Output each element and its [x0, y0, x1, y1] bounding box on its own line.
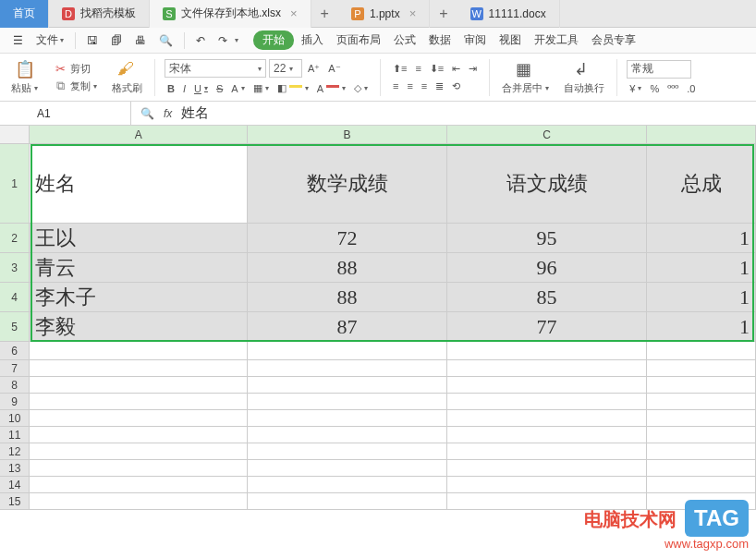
tab-formula[interactable]: 公式 — [388, 30, 421, 51]
col-header-c[interactable]: C — [447, 126, 647, 143]
cell-c4[interactable]: 85 — [447, 283, 647, 311]
cut-button[interactable]: ✂剪切 — [50, 60, 93, 77]
cell[interactable] — [248, 427, 447, 443]
cell[interactable] — [647, 477, 756, 492]
italic-button[interactable]: I — [180, 82, 189, 95]
decrease-font-button[interactable]: A⁻ — [325, 62, 343, 76]
cell[interactable] — [647, 443, 756, 459]
font-size-select[interactable]: 22▾ — [269, 59, 302, 78]
font-effects-button[interactable]: A▾ — [228, 82, 247, 95]
align-bottom-button[interactable]: ⬇≡ — [427, 62, 446, 76]
tab-docx[interactable]: W11111.docx — [457, 0, 560, 28]
cell-a4[interactable]: 李木子 — [30, 283, 248, 311]
orientation-button[interactable]: ⟲ — [449, 79, 463, 93]
increase-font-button[interactable]: A⁺ — [305, 62, 323, 76]
name-box[interactable]: A1 — [0, 102, 131, 125]
row-header-11[interactable]: 11 — [0, 427, 30, 443]
tab-review[interactable]: 审阅 — [458, 30, 492, 51]
tab-view[interactable]: 视图 — [494, 30, 527, 51]
tab-insert[interactable]: 插入 — [296, 30, 329, 51]
cell[interactable] — [647, 342, 756, 359]
cell[interactable] — [447, 477, 647, 492]
align-middle-button[interactable]: ≡ — [412, 62, 423, 75]
close-icon[interactable]: × — [409, 6, 417, 20]
cell[interactable] — [248, 394, 447, 409]
cell[interactable] — [647, 410, 756, 426]
tab-home[interactable]: 首页 — [0, 0, 49, 28]
cell[interactable] — [30, 360, 248, 376]
redo-button[interactable]: ↷ — [213, 31, 233, 50]
row-header-15[interactable]: 15 — [0, 493, 30, 509]
row-header-7[interactable]: 7 — [0, 360, 30, 376]
paste-button[interactable]: 粘贴▾ — [8, 80, 41, 96]
cell-c5[interactable]: 77 — [447, 312, 647, 341]
cell[interactable] — [447, 377, 647, 393]
save-button[interactable]: 🖫 — [81, 31, 104, 50]
brush-icon[interactable]: 🖌 — [117, 59, 138, 79]
cell-a3[interactable]: 青云 — [30, 253, 248, 282]
cell-c3[interactable]: 96 — [447, 253, 647, 282]
comma-button[interactable]: ººº — [665, 82, 681, 95]
cell[interactable] — [30, 460, 248, 476]
cell[interactable] — [248, 493, 447, 509]
border-button[interactable]: ▦▾ — [250, 81, 272, 95]
cell[interactable] — [447, 460, 647, 476]
cell-b4[interactable]: 88 — [248, 283, 447, 311]
cell-c1[interactable]: 语文成绩 — [447, 144, 647, 223]
cell[interactable] — [647, 377, 756, 393]
font-name-select[interactable]: 宋体▾ — [165, 59, 266, 78]
cell-a2[interactable]: 王以 — [30, 224, 248, 252]
align-top-button[interactable]: ⬆≡ — [390, 62, 409, 76]
col-header-b[interactable]: B — [248, 126, 447, 143]
cell[interactable] — [447, 410, 647, 426]
row-header-13[interactable]: 13 — [0, 460, 30, 476]
clipboard-icon[interactable]: 📋 — [15, 59, 35, 79]
row-header-12[interactable]: 12 — [0, 443, 30, 459]
merge-center-button[interactable]: 合并居中▾ — [499, 80, 552, 96]
cell[interactable] — [447, 394, 647, 409]
tab-member[interactable]: 会员专享 — [586, 30, 641, 51]
format-painter-button[interactable]: 格式刷 — [109, 80, 145, 96]
row-header-1[interactable]: 1 — [0, 144, 30, 223]
bold-button[interactable]: B — [165, 82, 177, 95]
cell-d1[interactable]: 总成 — [647, 144, 756, 223]
add-tab-button[interactable]: + — [311, 6, 338, 22]
cell[interactable] — [30, 342, 248, 359]
select-all-corner[interactable] — [0, 126, 30, 143]
add-tab-button[interactable]: + — [430, 6, 457, 22]
cell-a5[interactable]: 李毅 — [30, 312, 248, 341]
underline-button[interactable]: U ▾ — [191, 82, 211, 95]
clear-format-button[interactable]: ◇▾ — [351, 81, 371, 95]
percent-button[interactable]: % — [647, 82, 662, 95]
font-color-button[interactable]: A▾ — [314, 82, 348, 95]
row-header-3[interactable]: 3 — [0, 253, 30, 282]
cell[interactable] — [447, 427, 647, 443]
col-header-a[interactable]: A — [30, 126, 248, 143]
cell[interactable] — [248, 342, 447, 359]
tab-data[interactable]: 数据 — [423, 30, 457, 51]
number-format-select[interactable]: 常规 — [627, 60, 691, 79]
undo-button[interactable]: ↶ — [190, 31, 211, 50]
search-icon[interactable]: 🔍 — [140, 107, 154, 120]
row-header-9[interactable]: 9 — [0, 394, 30, 409]
menu-collapse-button[interactable]: ☰ — [7, 31, 29, 50]
align-right-button[interactable]: ≡ — [419, 79, 430, 92]
cell[interactable] — [447, 443, 647, 459]
row-header-14[interactable]: 14 — [0, 477, 30, 492]
indent-increase-button[interactable]: ⇥ — [466, 62, 480, 76]
tab-templates[interactable]: D找稻壳模板 — [49, 0, 150, 28]
cell-d4[interactable]: 1 — [647, 283, 756, 311]
cell[interactable] — [647, 427, 756, 443]
cell[interactable] — [30, 394, 248, 409]
cell[interactable] — [248, 410, 447, 426]
col-header-d[interactable] — [647, 126, 756, 143]
tab-developer[interactable]: 开发工具 — [529, 30, 584, 51]
cell[interactable] — [248, 377, 447, 393]
cell-b5[interactable]: 87 — [248, 312, 447, 341]
decrease-decimal-button[interactable]: .0 — [684, 82, 698, 95]
currency-button[interactable]: ¥▾ — [627, 82, 644, 95]
align-center-button[interactable]: ≡ — [404, 79, 415, 92]
print-preview-button[interactable]: 🔍 — [153, 31, 178, 50]
cell[interactable] — [30, 377, 248, 393]
cell[interactable] — [647, 394, 756, 409]
